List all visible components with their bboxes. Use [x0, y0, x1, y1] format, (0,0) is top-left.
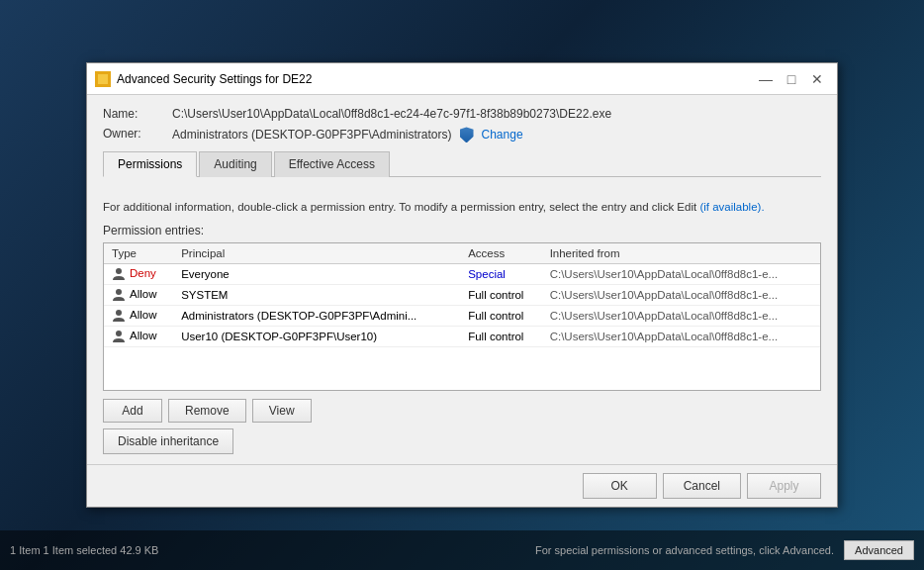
close-button[interactable]: ✕: [805, 67, 829, 91]
ok-button[interactable]: OK: [583, 473, 657, 499]
type-text: Allow: [130, 288, 156, 300]
cell-inherited: C:\Users\User10\AppData\Local\0ff8d8c1-e…: [542, 263, 820, 284]
dialog-footer: OK Cancel Apply: [87, 464, 837, 507]
permissions-table-container: Type Principal Access Inherited from Den…: [103, 242, 821, 391]
minimize-button[interactable]: —: [754, 67, 778, 91]
taskbar-left: 1 Item 1 Item selected 42.9 KB: [10, 544, 158, 556]
cell-principal: Administrators (DESKTOP-G0PF3PF\Admini..…: [173, 305, 460, 326]
owner-value: Administrators (DESKTOP-G0PF3PF\Administ…: [172, 127, 523, 142]
shield-icon: [460, 127, 474, 142]
info-text: For additional information, double-click…: [103, 199, 821, 215]
svg-point-2: [116, 310, 122, 316]
permissions-content: For additional information, double-click…: [87, 189, 837, 463]
name-value: C:\Users\User10\AppData\Local\0ff8d8c1-e…: [172, 107, 611, 121]
col-inherited[interactable]: Inherited from: [542, 243, 820, 264]
section-label: Permission entries:: [103, 224, 821, 238]
svg-point-1: [116, 289, 122, 295]
table-row[interactable]: AllowAdministrators (DESKTOP-G0PF3PF\Adm…: [104, 305, 820, 326]
advanced-button[interactable]: Advanced: [844, 540, 914, 560]
user-icon: [112, 288, 126, 302]
table-row[interactable]: AllowSYSTEMFull controlC:\Users\User10\A…: [104, 284, 820, 305]
cell-access: Special: [460, 263, 541, 284]
cell-type: Allow: [104, 326, 173, 346]
dialog-title: Advanced Security Settings for DE22: [117, 72, 754, 86]
folder-icon: [95, 71, 111, 87]
cell-access: Full control: [460, 305, 541, 326]
title-bar-controls: — □ ✕: [754, 67, 829, 91]
taskbar-right: For special permissions or advanced sett…: [535, 544, 834, 556]
dialog-body: Name: C:\Users\User10\AppData\Local\0ff8…: [87, 95, 837, 189]
svg-point-3: [116, 331, 122, 336]
type-text: Allow: [130, 309, 156, 321]
info-text-link: (if available).: [699, 201, 764, 213]
apply-button[interactable]: Apply: [747, 473, 821, 499]
cell-access: Full control: [460, 326, 541, 346]
user-icon: [112, 267, 126, 281]
tabs-container: Permissions Auditing Effective Access: [103, 150, 821, 177]
type-text: Allow: [130, 330, 156, 341]
advanced-security-dialog: Advanced Security Settings for DE22 — □ …: [86, 62, 838, 507]
owner-row: Owner: Administrators (DESKTOP-G0PF3PF\A…: [103, 127, 821, 142]
table-row[interactable]: DenyEveryoneSpecialC:\Users\User10\AppDa…: [104, 263, 820, 284]
cell-principal: User10 (DESKTOP-G0PF3PF\User10): [173, 326, 460, 346]
cell-type: Deny: [104, 263, 173, 284]
col-access[interactable]: Access: [460, 243, 541, 264]
cell-inherited: C:\Users\User10\AppData\Local\0ff8d8c1-e…: [542, 284, 820, 305]
owner-label: Owner:: [103, 127, 172, 141]
user-icon: [112, 330, 126, 343]
cell-access: Full control: [460, 284, 541, 305]
table-row[interactable]: AllowUser10 (DESKTOP-G0PF3PF\User10)Full…: [104, 326, 820, 346]
cell-type: Allow: [104, 305, 173, 326]
disable-inheritance-button[interactable]: Disable inheritance: [103, 428, 233, 454]
cell-principal: SYSTEM: [173, 284, 460, 305]
remove-button[interactable]: Remove: [168, 399, 246, 423]
cell-type: Allow: [104, 284, 173, 305]
tab-auditing[interactable]: Auditing: [199, 151, 271, 177]
cell-inherited: C:\Users\User10\AppData\Local\0ff8d8c1-e…: [542, 305, 820, 326]
col-principal[interactable]: Principal: [173, 243, 460, 264]
info-text-main: For additional information, double-click…: [103, 201, 696, 213]
view-button[interactable]: View: [252, 399, 312, 423]
type-text: Deny: [130, 267, 156, 279]
cell-principal: Everyone: [173, 263, 460, 284]
name-row: Name: C:\Users\User10\AppData\Local\0ff8…: [103, 107, 821, 121]
change-link[interactable]: Change: [482, 128, 523, 142]
cell-inherited: C:\Users\User10\AppData\Local\0ff8d8c1-e…: [542, 326, 820, 346]
tab-effective-access[interactable]: Effective Access: [274, 151, 390, 177]
col-type[interactable]: Type: [104, 243, 173, 264]
svg-point-0: [116, 268, 122, 274]
taskbar: 1 Item 1 Item selected 42.9 KB For speci…: [0, 530, 924, 570]
table-header-row: Type Principal Access Inherited from: [104, 243, 820, 264]
maximize-button[interactable]: □: [780, 67, 803, 91]
name-label: Name:: [103, 107, 172, 121]
title-bar: Advanced Security Settings for DE22 — □ …: [87, 63, 837, 95]
cancel-button[interactable]: Cancel: [663, 473, 741, 499]
user-icon: [112, 309, 126, 323]
action-buttons: Add Remove View: [103, 399, 821, 423]
add-button[interactable]: Add: [103, 399, 162, 423]
owner-text: Administrators (DESKTOP-G0PF3PF\Administ…: [172, 128, 452, 142]
tab-permissions[interactable]: Permissions: [103, 151, 197, 177]
permissions-table: Type Principal Access Inherited from Den…: [104, 243, 820, 347]
